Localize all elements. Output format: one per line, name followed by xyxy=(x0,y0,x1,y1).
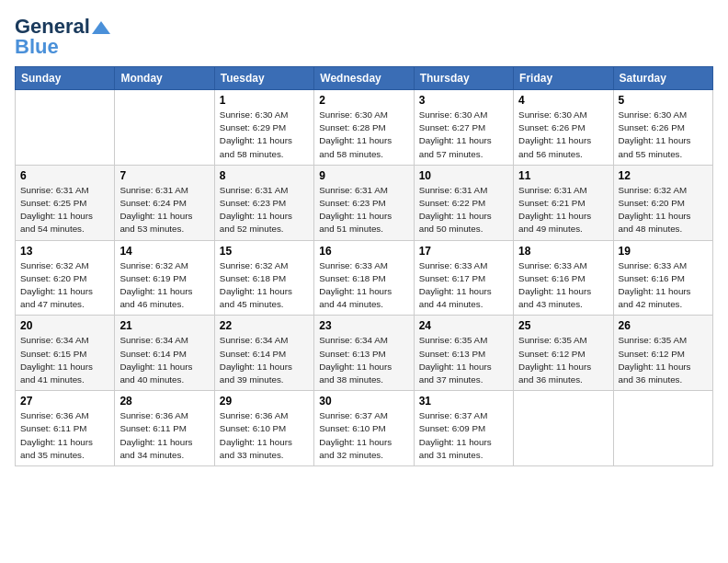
day-info: Sunrise: 6:34 AM Sunset: 6:15 PM Dayligh… xyxy=(20,334,109,386)
calendar-day-cell: 25Sunrise: 6:35 AM Sunset: 6:12 PM Dayli… xyxy=(514,316,613,391)
calendar-day-cell: 30Sunrise: 6:37 AM Sunset: 6:10 PM Dayli… xyxy=(314,391,414,466)
day-info: Sunrise: 6:31 AM Sunset: 6:23 PM Dayligh… xyxy=(319,184,408,236)
day-number: 8 xyxy=(220,169,309,182)
page-header: General Blue xyxy=(15,15,713,59)
day-info: Sunrise: 6:36 AM Sunset: 6:11 PM Dayligh… xyxy=(20,409,109,462)
day-number: 31 xyxy=(419,395,508,408)
day-of-week-header: Thursday xyxy=(414,67,513,90)
calendar-day-cell: 17Sunrise: 6:33 AM Sunset: 6:17 PM Dayli… xyxy=(414,240,513,316)
day-of-week-header: Friday xyxy=(514,67,613,90)
svg-marker-0 xyxy=(92,21,110,34)
day-info: Sunrise: 6:30 AM Sunset: 6:26 PM Dayligh… xyxy=(619,109,708,161)
calendar-day-cell xyxy=(16,90,115,166)
calendar-day-cell: 3Sunrise: 6:30 AM Sunset: 6:27 PM Daylig… xyxy=(414,90,513,166)
calendar-day-cell: 27Sunrise: 6:36 AM Sunset: 6:11 PM Dayli… xyxy=(16,391,115,466)
calendar-week-row: 6Sunrise: 6:31 AM Sunset: 6:25 PM Daylig… xyxy=(16,165,713,240)
day-info: Sunrise: 6:36 AM Sunset: 6:11 PM Dayligh… xyxy=(119,409,209,462)
day-info: Sunrise: 6:30 AM Sunset: 6:26 PM Dayligh… xyxy=(518,109,608,161)
day-info: Sunrise: 6:34 AM Sunset: 6:14 PM Dayligh… xyxy=(119,334,209,386)
calendar-day-cell: 6Sunrise: 6:31 AM Sunset: 6:25 PM Daylig… xyxy=(16,165,115,240)
day-number: 7 xyxy=(119,169,209,182)
calendar-day-cell: 10Sunrise: 6:31 AM Sunset: 6:22 PM Dayli… xyxy=(414,165,513,240)
calendar-day-cell: 26Sunrise: 6:35 AM Sunset: 6:12 PM Dayli… xyxy=(613,316,712,391)
day-info: Sunrise: 6:31 AM Sunset: 6:25 PM Dayligh… xyxy=(20,184,109,236)
day-of-week-header: Monday xyxy=(115,67,214,90)
calendar-day-cell xyxy=(115,90,214,166)
day-info: Sunrise: 6:32 AM Sunset: 6:19 PM Dayligh… xyxy=(119,259,209,312)
day-number: 24 xyxy=(419,319,508,332)
day-info: Sunrise: 6:37 AM Sunset: 6:10 PM Dayligh… xyxy=(319,409,408,462)
calendar-day-cell: 12Sunrise: 6:32 AM Sunset: 6:20 PM Dayli… xyxy=(613,165,712,240)
day-number: 18 xyxy=(518,245,608,258)
calendar-day-cell: 16Sunrise: 6:33 AM Sunset: 6:18 PM Dayli… xyxy=(314,240,414,316)
calendar-day-cell: 19Sunrise: 6:33 AM Sunset: 6:16 PM Dayli… xyxy=(613,240,712,316)
day-number: 10 xyxy=(419,169,508,182)
calendar-day-cell: 13Sunrise: 6:32 AM Sunset: 6:20 PM Dayli… xyxy=(16,240,115,316)
calendar-day-cell: 7Sunrise: 6:31 AM Sunset: 6:24 PM Daylig… xyxy=(115,165,214,240)
day-number: 2 xyxy=(319,94,408,107)
day-of-week-header: Sunday xyxy=(16,67,115,90)
day-number: 6 xyxy=(20,169,109,182)
day-number: 21 xyxy=(119,319,209,332)
day-number: 29 xyxy=(220,395,309,408)
calendar-day-cell xyxy=(613,391,712,466)
day-number: 17 xyxy=(419,245,508,258)
day-info: Sunrise: 6:33 AM Sunset: 6:17 PM Dayligh… xyxy=(419,259,508,312)
day-number: 11 xyxy=(518,169,608,182)
day-number: 5 xyxy=(619,94,708,107)
day-info: Sunrise: 6:31 AM Sunset: 6:24 PM Dayligh… xyxy=(119,184,209,236)
day-number: 12 xyxy=(619,169,708,182)
calendar-day-cell: 24Sunrise: 6:35 AM Sunset: 6:13 PM Dayli… xyxy=(414,316,513,391)
calendar-day-cell: 18Sunrise: 6:33 AM Sunset: 6:16 PM Dayli… xyxy=(514,240,613,316)
day-info: Sunrise: 6:35 AM Sunset: 6:12 PM Dayligh… xyxy=(619,334,708,386)
calendar-week-row: 1Sunrise: 6:30 AM Sunset: 6:29 PM Daylig… xyxy=(16,90,713,166)
day-number: 19 xyxy=(619,245,708,258)
calendar-day-cell: 29Sunrise: 6:36 AM Sunset: 6:10 PM Dayli… xyxy=(214,391,313,466)
logo-icon xyxy=(92,21,110,34)
day-info: Sunrise: 6:34 AM Sunset: 6:14 PM Dayligh… xyxy=(220,334,309,386)
day-info: Sunrise: 6:35 AM Sunset: 6:13 PM Dayligh… xyxy=(419,334,508,386)
day-info: Sunrise: 6:33 AM Sunset: 6:16 PM Dayligh… xyxy=(518,259,608,312)
calendar-day-cell: 5Sunrise: 6:30 AM Sunset: 6:26 PM Daylig… xyxy=(613,90,712,166)
day-number: 3 xyxy=(419,94,508,107)
day-info: Sunrise: 6:35 AM Sunset: 6:12 PM Dayligh… xyxy=(518,334,608,386)
day-number: 23 xyxy=(319,319,408,332)
day-number: 1 xyxy=(220,94,309,107)
calendar-day-cell: 8Sunrise: 6:31 AM Sunset: 6:23 PM Daylig… xyxy=(214,165,313,240)
calendar-header-row: SundayMondayTuesdayWednesdayThursdayFrid… xyxy=(16,67,713,90)
day-info: Sunrise: 6:33 AM Sunset: 6:18 PM Dayligh… xyxy=(319,259,408,312)
calendar-day-cell: 15Sunrise: 6:32 AM Sunset: 6:18 PM Dayli… xyxy=(214,240,313,316)
logo: General Blue xyxy=(15,15,110,59)
day-info: Sunrise: 6:30 AM Sunset: 6:28 PM Dayligh… xyxy=(319,109,408,161)
calendar-table: SundayMondayTuesdayWednesdayThursdayFrid… xyxy=(15,66,713,466)
day-info: Sunrise: 6:37 AM Sunset: 6:09 PM Dayligh… xyxy=(419,409,508,462)
calendar-day-cell: 22Sunrise: 6:34 AM Sunset: 6:14 PM Dayli… xyxy=(214,316,313,391)
calendar-week-row: 13Sunrise: 6:32 AM Sunset: 6:20 PM Dayli… xyxy=(16,240,713,316)
day-info: Sunrise: 6:31 AM Sunset: 6:23 PM Dayligh… xyxy=(220,184,309,236)
calendar-day-cell: 2Sunrise: 6:30 AM Sunset: 6:28 PM Daylig… xyxy=(314,90,414,166)
calendar-day-cell: 1Sunrise: 6:30 AM Sunset: 6:29 PM Daylig… xyxy=(214,90,313,166)
calendar-day-cell: 14Sunrise: 6:32 AM Sunset: 6:19 PM Dayli… xyxy=(115,240,214,316)
calendar-day-cell: 23Sunrise: 6:34 AM Sunset: 6:13 PM Dayli… xyxy=(314,316,414,391)
logo-blue-text: Blue xyxy=(15,35,59,59)
day-number: 14 xyxy=(119,245,209,258)
day-number: 26 xyxy=(619,319,708,332)
calendar-week-row: 20Sunrise: 6:34 AM Sunset: 6:15 PM Dayli… xyxy=(16,316,713,391)
day-of-week-header: Tuesday xyxy=(214,67,313,90)
day-of-week-header: Saturday xyxy=(613,67,712,90)
calendar-week-row: 27Sunrise: 6:36 AM Sunset: 6:11 PM Dayli… xyxy=(16,391,713,466)
day-number: 20 xyxy=(20,319,109,332)
calendar-day-cell: 31Sunrise: 6:37 AM Sunset: 6:09 PM Dayli… xyxy=(414,391,513,466)
day-number: 25 xyxy=(518,319,608,332)
day-number: 16 xyxy=(319,245,408,258)
day-number: 22 xyxy=(220,319,309,332)
day-info: Sunrise: 6:31 AM Sunset: 6:21 PM Dayligh… xyxy=(518,184,608,236)
day-info: Sunrise: 6:33 AM Sunset: 6:16 PM Dayligh… xyxy=(619,259,708,312)
day-number: 30 xyxy=(319,395,408,408)
day-number: 9 xyxy=(319,169,408,182)
day-info: Sunrise: 6:30 AM Sunset: 6:29 PM Dayligh… xyxy=(220,109,309,161)
calendar-day-cell: 21Sunrise: 6:34 AM Sunset: 6:14 PM Dayli… xyxy=(115,316,214,391)
calendar-day-cell xyxy=(514,391,613,466)
calendar-day-cell: 4Sunrise: 6:30 AM Sunset: 6:26 PM Daylig… xyxy=(514,90,613,166)
day-of-week-header: Wednesday xyxy=(314,67,414,90)
